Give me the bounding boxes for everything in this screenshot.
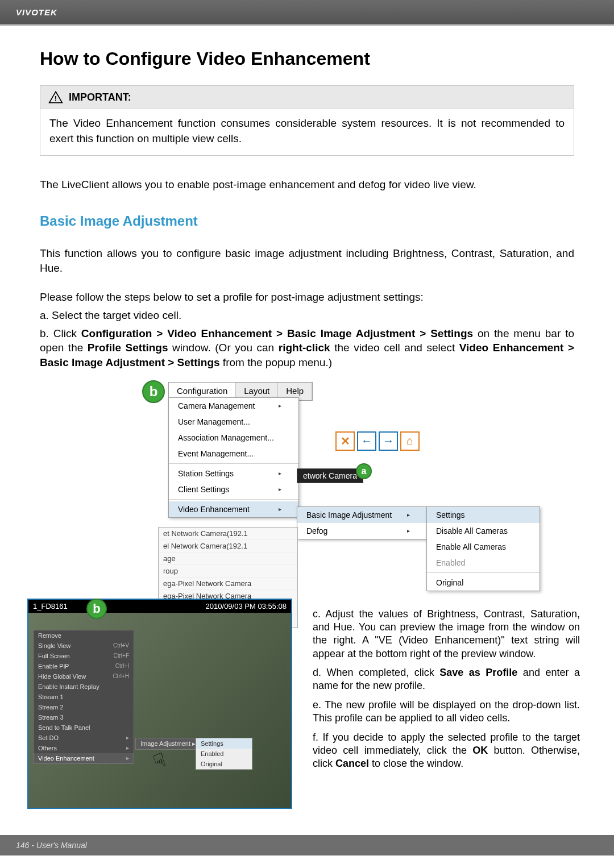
- chevron-right-icon: ▸: [407, 512, 410, 518]
- chevron-right-icon: ▸: [279, 402, 281, 409]
- menu-enabled[interactable]: Enabled: [427, 555, 540, 571]
- menu-association-management[interactable]: Association Management...: [169, 430, 298, 446]
- close-icon[interactable]: ✕: [335, 431, 355, 451]
- step-f: f. If you decide to apply the selected p…: [313, 731, 580, 771]
- callout-a-marker: a: [356, 463, 372, 479]
- dropdown-video-enhancement: Basic Image Adjustment▸ Defog▸: [297, 506, 428, 539]
- ctx-single-view[interactable]: Single ViewCtrl+V: [34, 641, 134, 651]
- video-cell-id: 1_FD8161: [33, 602, 68, 610]
- forward-icon[interactable]: →: [379, 431, 398, 451]
- home-icon[interactable]: ⌂: [400, 431, 420, 451]
- video-cell-screenshot: 1_FD8161 2010/09/03 PM 03:55:08 Remove S…: [27, 599, 292, 809]
- menu-original[interactable]: Original: [427, 575, 540, 591]
- camera-list-row[interactable]: el Network Camera(192.1: [159, 540, 297, 553]
- menu-user-management[interactable]: User Management...: [169, 414, 298, 430]
- chevron-right-icon: ▸: [279, 506, 281, 512]
- page-title: How to Configure Video Enhancement: [40, 48, 574, 69]
- ctx-original[interactable]: Original: [196, 759, 252, 769]
- context-submenu-2: Settings Enabled Original: [196, 738, 252, 770]
- steps-intro: Please follow the steps below to set a p…: [40, 291, 574, 304]
- nav-icons: ✕ ← → ⌂: [335, 431, 420, 451]
- ctx-remove[interactable]: Remove: [34, 630, 134, 641]
- figure-area: b Configuration Layout Help Camera Manag…: [40, 380, 574, 812]
- menu-station-settings[interactable]: Station Settings▸: [169, 466, 298, 481]
- steps-list: a. Select the target video cell. b. Clic…: [40, 308, 574, 370]
- camera-title-bar: etwork Camera: [297, 468, 363, 483]
- menu-event-management[interactable]: Event Management...: [169, 446, 298, 462]
- menu-camera-management[interactable]: Camera Management▸: [169, 398, 298, 414]
- ctx-stream-2[interactable]: Stream 2: [34, 702, 134, 712]
- step-a: a. Select the target video cell.: [40, 308, 574, 323]
- video-cell-body[interactable]: Remove Single ViewCtrl+V Full ScreenCtrl…: [28, 613, 291, 809]
- step-b: b. Click Configuration > Video Enhanceme…: [40, 326, 574, 370]
- step-c: c. Adjust the values of Brightness, Cont…: [313, 608, 580, 661]
- page-footer: 146 - User's Manual: [0, 835, 614, 855]
- dropdown-basic-image-adjustment: Settings Disable All Cameras Enable All …: [426, 506, 540, 591]
- video-cell-titlebar: 1_FD8161 2010/09/03 PM 03:55:08: [28, 600, 291, 613]
- important-heading-text: IMPORTANT:: [69, 92, 131, 103]
- important-body: The Video Enhancement function consumes …: [40, 109, 574, 155]
- right-steps: c. Adjust the values of Brightness, Cont…: [313, 608, 580, 776]
- warning-icon: !: [48, 90, 63, 104]
- chevron-right-icon: ▸: [407, 528, 410, 534]
- cursor-hand-icon: ☟: [150, 747, 169, 773]
- section-heading: Basic Image Adjustment: [40, 213, 574, 229]
- camera-list-row[interactable]: et Network Camera(192.1: [159, 528, 297, 540]
- ctx-set-do[interactable]: Set DO▸: [34, 733, 134, 743]
- ctx-stream-1[interactable]: Stream 1: [34, 692, 134, 702]
- ctx-hide-global-view[interactable]: Hide Global ViewCtrl+H: [34, 671, 134, 682]
- callout-b-marker: b: [142, 380, 165, 403]
- ctx-settings[interactable]: Settings: [196, 738, 252, 749]
- menu-settings[interactable]: Settings: [427, 507, 540, 523]
- svg-text:!: !: [55, 94, 57, 103]
- intro-paragraph: The LiveClient allows you to enable post…: [40, 177, 574, 193]
- context-menu: Remove Single ViewCtrl+V Full ScreenCtrl…: [33, 630, 134, 764]
- camera-list-row[interactable]: age: [159, 553, 297, 565]
- menu-basic-image-adjustment[interactable]: Basic Image Adjustment▸: [297, 507, 427, 523]
- ctx-stream-3[interactable]: Stream 3: [34, 712, 134, 722]
- menu-enable-all-cameras[interactable]: Enable All Cameras: [427, 539, 540, 555]
- ctx-enable-pip[interactable]: Enable PiPCtrl+I: [34, 661, 134, 671]
- menu-video-enhancement[interactable]: Video Enhancement▸: [169, 501, 298, 517]
- brand-text: VIVOTEK: [16, 7, 57, 17]
- ctx-video-enhancement[interactable]: Video Enhancement▸: [34, 753, 134, 763]
- page-header: VIVOTEK: [0, 0, 614, 24]
- ctx-enable-instant-replay[interactable]: Enable Instant Replay: [34, 682, 134, 692]
- step-e: e. The new profile will be displayed on …: [313, 699, 580, 725]
- menu-defog[interactable]: Defog▸: [297, 523, 427, 539]
- dropdown-configuration: Camera Management▸ User Management... As…: [168, 397, 299, 518]
- header-divider: [0, 24, 614, 26]
- menu-separator: [427, 572, 540, 573]
- step-d: d. When completed, click Save as Profile…: [313, 666, 580, 693]
- camera-list-row[interactable]: ega-Pixel Network Camera: [159, 578, 297, 590]
- video-cell-timestamp: 2010/09/03 PM 03:55:08: [206, 602, 287, 610]
- callout-b-marker-2: b: [86, 599, 107, 619]
- back-icon[interactable]: ←: [357, 431, 376, 451]
- chevron-right-icon: ▸: [279, 470, 281, 476]
- important-heading: ! IMPORTANT:: [40, 86, 574, 109]
- ctx-send-to-talk-panel[interactable]: Send to Talk Panel: [34, 722, 134, 733]
- paragraph-1: This function allows you to configure ba…: [40, 246, 574, 276]
- menu-separator: [169, 499, 298, 500]
- menu-client-settings[interactable]: Client Settings▸: [169, 481, 298, 497]
- menu-disable-all-cameras[interactable]: Disable All Cameras: [427, 523, 540, 539]
- menu-separator: [169, 463, 298, 464]
- camera-list-row[interactable]: roup: [159, 565, 297, 578]
- ctx-enabled[interactable]: Enabled: [196, 749, 252, 759]
- chevron-right-icon: ▸: [279, 486, 281, 492]
- important-callout: ! IMPORTANT: The Video Enhancement funct…: [40, 85, 574, 156]
- ctx-others[interactable]: Others▸: [34, 743, 134, 753]
- ctx-full-screen[interactable]: Full ScreenCtrl+F: [34, 651, 134, 661]
